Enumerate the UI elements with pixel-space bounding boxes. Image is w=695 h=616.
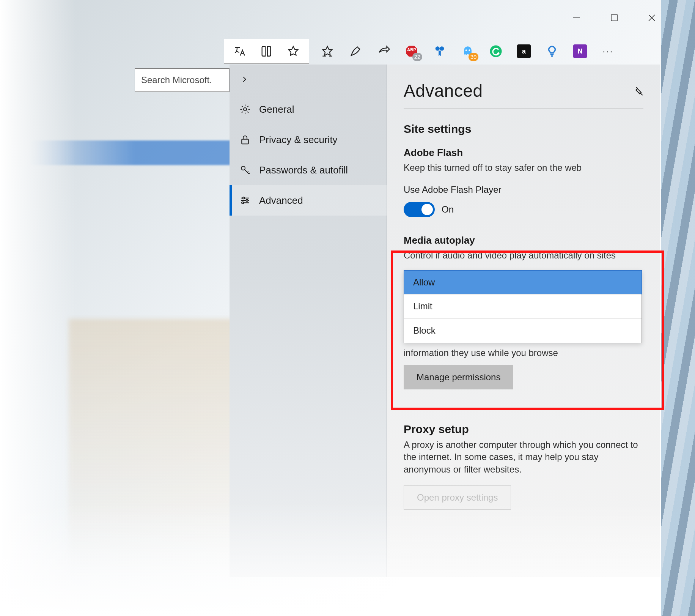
svg-point-10 (469, 49, 470, 51)
sidebar-item-label: Advanced (259, 195, 303, 206)
address-bar-actions (224, 39, 309, 64)
lock-icon (239, 134, 251, 145)
close-button[interactable] (643, 9, 660, 26)
sliders-icon (239, 195, 251, 206)
sidebar-item-general[interactable]: General (230, 94, 387, 124)
window-controls (568, 9, 660, 26)
rewards-icon[interactable] (432, 44, 447, 59)
svg-point-14 (244, 108, 247, 111)
proxy-description: A proxy is another computer through whic… (404, 439, 643, 476)
svg-rect-15 (242, 139, 248, 144)
settings-main-panel: Advanced Site settings Adobe Flash Keep … (387, 65, 660, 577)
translate-icon[interactable] (232, 44, 247, 59)
sidebar-item-label: Privacy & security (259, 134, 338, 146)
svg-point-22 (242, 202, 244, 204)
minimize-button[interactable] (568, 9, 585, 26)
svg-rect-1 (611, 15, 617, 21)
settings-sidebar: General Privacy & security Passwords & a… (230, 65, 387, 577)
ghostery-icon[interactable]: 39 (460, 44, 475, 59)
section-title-site-settings: Site settings (404, 123, 643, 135)
adblock-icon[interactable]: ABP 22 (404, 44, 419, 59)
browser-toolbar: ABP 22 39 a (224, 38, 664, 65)
amazon-icon[interactable]: a (516, 44, 531, 59)
pen-icon[interactable] (348, 44, 363, 59)
toolbar-extensions: ABP 22 39 a (316, 44, 616, 59)
grammarly-icon[interactable] (488, 44, 503, 59)
page-search-input[interactable]: Search Microsoft. (135, 68, 230, 92)
panel-title: Advanced (404, 80, 643, 101)
autoplay-option-limit[interactable]: Limit (404, 294, 642, 318)
sidebar-back-chevron[interactable] (230, 65, 387, 94)
svg-text:ABP: ABP (407, 47, 416, 52)
proxy-heading: Proxy setup (404, 423, 643, 436)
flash-heading: Adobe Flash (404, 147, 643, 159)
maximize-button[interactable] (606, 9, 623, 26)
favorite-star-outline-icon[interactable] (286, 44, 301, 59)
svg-point-20 (246, 200, 248, 202)
flash-description: Keep this turned off to stay safer on th… (404, 162, 643, 174)
sidebar-item-label: General (259, 104, 294, 115)
sidebar-item-label: Passwords & autofill (259, 164, 348, 176)
pin-icon[interactable] (634, 86, 645, 97)
share-icon[interactable] (376, 44, 391, 59)
svg-point-7 (436, 46, 440, 50)
extension-blue-icon[interactable] (544, 44, 560, 59)
more-icon[interactable]: ··· (601, 44, 616, 59)
favorites-star-icon[interactable] (320, 44, 335, 59)
partial-text-under-dropdown: information they use while you browse (404, 348, 643, 358)
svg-point-18 (243, 197, 245, 199)
autoplay-option-allow[interactable]: Allow (404, 270, 642, 295)
gear-icon (239, 104, 251, 115)
autoplay-dropdown[interactable]: Allow Limit Block (404, 270, 642, 343)
divider (404, 109, 643, 109)
key-icon (239, 164, 251, 176)
sidebar-item-advanced[interactable]: Advanced (230, 185, 387, 216)
flash-toggle[interactable] (404, 202, 435, 217)
svg-point-8 (440, 46, 444, 50)
reading-list-icon[interactable] (259, 44, 274, 59)
svg-point-16 (241, 166, 245, 170)
flash-toggle-state: On (442, 204, 454, 215)
onenote-icon[interactable]: N (572, 44, 588, 59)
sidebar-item-passwords[interactable]: Passwords & autofill (230, 155, 387, 185)
adblock-badge: 22 (412, 53, 422, 61)
autoplay-heading: Media autoplay (404, 235, 643, 246)
autoplay-description: Control if audio and video play automati… (404, 249, 643, 262)
ghostery-badge: 39 (469, 53, 478, 61)
sidebar-item-privacy[interactable]: Privacy & security (230, 124, 387, 155)
flash-toggle-label: Use Adobe Flash Player (404, 184, 643, 195)
browser-window: ABP 22 39 a (0, 0, 668, 577)
autoplay-option-block[interactable]: Block (404, 318, 642, 343)
manage-permissions-button[interactable]: Manage permissions (404, 365, 513, 389)
svg-point-9 (465, 49, 467, 51)
search-placeholder-text: Search Microsoft. (141, 75, 212, 85)
open-proxy-settings-button[interactable]: Open proxy settings (404, 485, 511, 510)
